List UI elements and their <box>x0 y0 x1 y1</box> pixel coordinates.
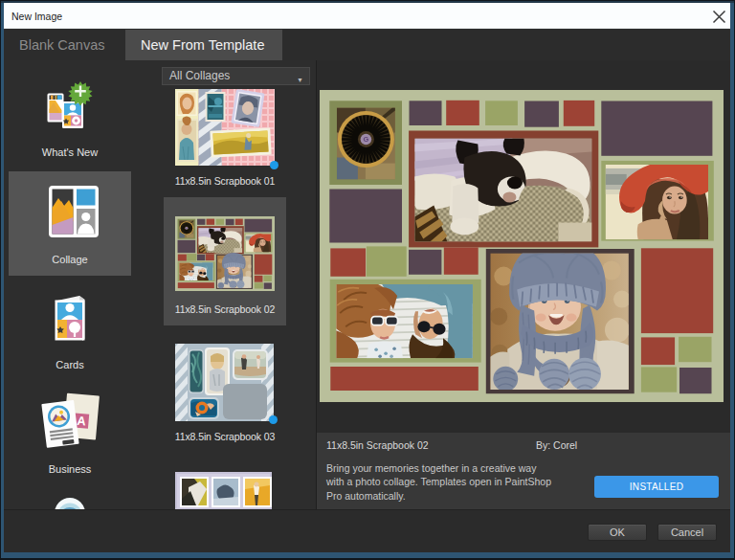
svg-text:G: G <box>363 135 368 144</box>
